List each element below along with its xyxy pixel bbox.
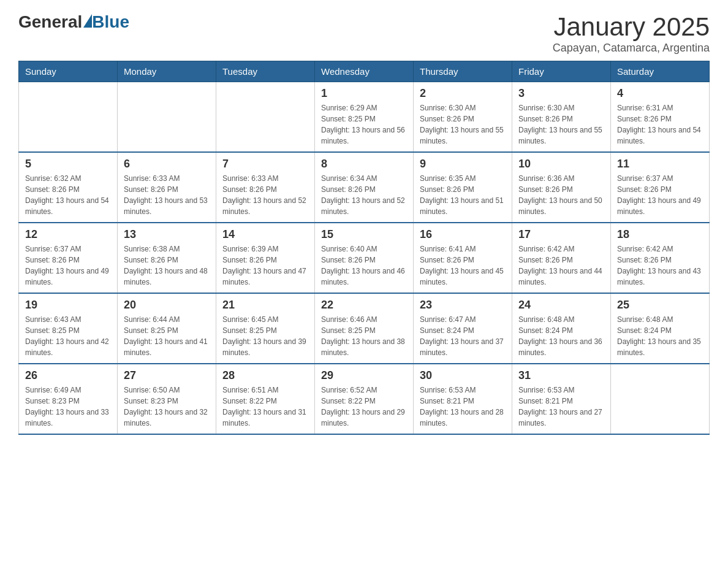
day-cell: 18Sunrise: 6:42 AMSunset: 8:26 PMDayligh… bbox=[611, 223, 710, 293]
day-cell: 23Sunrise: 6:47 AMSunset: 8:24 PMDayligh… bbox=[414, 293, 512, 364]
day-cell: 9Sunrise: 6:35 AMSunset: 8:26 PMDaylight… bbox=[414, 152, 512, 223]
header-thursday: Thursday bbox=[414, 61, 512, 82]
day-number: 21 bbox=[222, 299, 308, 312]
week-row-1: 5Sunrise: 6:32 AMSunset: 8:26 PMDaylight… bbox=[19, 152, 710, 223]
day-detail: Sunrise: 6:49 AMSunset: 8:23 PMDaylight:… bbox=[25, 385, 111, 429]
day-detail: Sunrise: 6:47 AMSunset: 8:24 PMDaylight:… bbox=[420, 314, 506, 358]
day-cell: 14Sunrise: 6:39 AMSunset: 8:26 PMDayligh… bbox=[216, 223, 315, 293]
day-cell: 31Sunrise: 6:53 AMSunset: 8:21 PMDayligh… bbox=[512, 364, 611, 434]
header-saturday: Saturday bbox=[611, 61, 710, 82]
day-cell: 2Sunrise: 6:30 AMSunset: 8:26 PMDaylight… bbox=[414, 82, 512, 153]
day-detail: Sunrise: 6:44 AMSunset: 8:25 PMDaylight:… bbox=[124, 314, 210, 358]
day-number: 26 bbox=[25, 369, 111, 382]
week-row-2: 12Sunrise: 6:37 AMSunset: 8:26 PMDayligh… bbox=[19, 223, 710, 293]
day-detail: Sunrise: 6:40 AMSunset: 8:26 PMDaylight:… bbox=[321, 243, 407, 288]
day-number: 5 bbox=[25, 158, 111, 170]
day-detail: Sunrise: 6:34 AMSunset: 8:26 PMDaylight:… bbox=[321, 173, 407, 217]
day-cell: 29Sunrise: 6:52 AMSunset: 8:22 PMDayligh… bbox=[315, 364, 414, 434]
day-cell: 16Sunrise: 6:41 AMSunset: 8:26 PMDayligh… bbox=[414, 223, 512, 293]
header-monday: Monday bbox=[118, 61, 216, 82]
day-cell: 13Sunrise: 6:38 AMSunset: 8:26 PMDayligh… bbox=[118, 223, 216, 293]
day-detail: Sunrise: 6:53 AMSunset: 8:21 PMDaylight:… bbox=[518, 385, 604, 429]
day-number: 3 bbox=[518, 87, 604, 100]
day-number: 10 bbox=[518, 158, 604, 170]
day-cell bbox=[19, 82, 118, 153]
day-cell: 1Sunrise: 6:29 AMSunset: 8:25 PMDaylight… bbox=[315, 82, 414, 153]
day-cell: 4Sunrise: 6:31 AMSunset: 8:26 PMDaylight… bbox=[611, 82, 710, 153]
day-number: 19 bbox=[25, 299, 111, 312]
calendar-table: SundayMondayTuesdayWednesdayThursdayFrid… bbox=[18, 61, 710, 435]
day-cell bbox=[216, 82, 315, 153]
day-cell: 20Sunrise: 6:44 AMSunset: 8:25 PMDayligh… bbox=[118, 293, 216, 364]
day-cell: 3Sunrise: 6:30 AMSunset: 8:26 PMDaylight… bbox=[512, 82, 611, 153]
day-cell: 10Sunrise: 6:36 AMSunset: 8:26 PMDayligh… bbox=[512, 152, 611, 223]
day-cell: 28Sunrise: 6:51 AMSunset: 8:22 PMDayligh… bbox=[216, 364, 315, 434]
day-detail: Sunrise: 6:29 AMSunset: 8:25 PMDaylight:… bbox=[321, 102, 407, 147]
day-number: 7 bbox=[222, 158, 308, 170]
day-detail: Sunrise: 6:37 AMSunset: 8:26 PMDaylight:… bbox=[617, 173, 703, 217]
day-number: 30 bbox=[420, 369, 506, 382]
calendar-header: SundayMondayTuesdayWednesdayThursdayFrid… bbox=[19, 61, 710, 82]
day-number: 18 bbox=[617, 228, 703, 241]
day-detail: Sunrise: 6:48 AMSunset: 8:24 PMDaylight:… bbox=[518, 314, 604, 358]
day-cell: 27Sunrise: 6:50 AMSunset: 8:23 PMDayligh… bbox=[118, 364, 216, 434]
title-block: January 2025 Capayan, Catamarca, Argenti… bbox=[553, 12, 710, 55]
day-number: 20 bbox=[124, 299, 210, 312]
day-detail: Sunrise: 6:37 AMSunset: 8:26 PMDaylight:… bbox=[25, 243, 111, 288]
day-number: 4 bbox=[617, 87, 703, 100]
day-detail: Sunrise: 6:52 AMSunset: 8:22 PMDaylight:… bbox=[321, 385, 407, 429]
header-wednesday: Wednesday bbox=[315, 61, 414, 82]
day-cell bbox=[118, 82, 216, 153]
day-detail: Sunrise: 6:50 AMSunset: 8:23 PMDaylight:… bbox=[124, 385, 210, 429]
day-cell: 7Sunrise: 6:33 AMSunset: 8:26 PMDaylight… bbox=[216, 152, 315, 223]
day-detail: Sunrise: 6:46 AMSunset: 8:25 PMDaylight:… bbox=[321, 314, 407, 358]
day-cell: 26Sunrise: 6:49 AMSunset: 8:23 PMDayligh… bbox=[19, 364, 118, 434]
day-detail: Sunrise: 6:48 AMSunset: 8:24 PMDaylight:… bbox=[617, 314, 703, 358]
day-number: 22 bbox=[321, 299, 407, 312]
day-number: 11 bbox=[617, 158, 703, 170]
day-number: 17 bbox=[518, 228, 604, 241]
logo-triangle-icon bbox=[83, 14, 92, 28]
day-cell: 30Sunrise: 6:53 AMSunset: 8:21 PMDayligh… bbox=[414, 364, 512, 434]
week-row-3: 19Sunrise: 6:43 AMSunset: 8:25 PMDayligh… bbox=[19, 293, 710, 364]
day-number: 29 bbox=[321, 369, 407, 382]
day-detail: Sunrise: 6:39 AMSunset: 8:26 PMDaylight:… bbox=[222, 243, 308, 288]
header-row: SundayMondayTuesdayWednesdayThursdayFrid… bbox=[19, 61, 710, 82]
day-number: 14 bbox=[222, 228, 308, 241]
day-cell: 15Sunrise: 6:40 AMSunset: 8:26 PMDayligh… bbox=[315, 223, 414, 293]
day-number: 1 bbox=[321, 87, 407, 100]
day-detail: Sunrise: 6:31 AMSunset: 8:26 PMDaylight:… bbox=[617, 102, 703, 147]
calendar-body: 1Sunrise: 6:29 AMSunset: 8:25 PMDaylight… bbox=[19, 82, 710, 435]
day-number: 28 bbox=[222, 369, 308, 382]
week-row-0: 1Sunrise: 6:29 AMSunset: 8:25 PMDaylight… bbox=[19, 82, 710, 153]
day-number: 16 bbox=[420, 228, 506, 241]
day-cell: 5Sunrise: 6:32 AMSunset: 8:26 PMDaylight… bbox=[19, 152, 118, 223]
day-cell: 6Sunrise: 6:33 AMSunset: 8:26 PMDaylight… bbox=[118, 152, 216, 223]
day-detail: Sunrise: 6:42 AMSunset: 8:26 PMDaylight:… bbox=[617, 243, 703, 288]
day-cell: 12Sunrise: 6:37 AMSunset: 8:26 PMDayligh… bbox=[19, 223, 118, 293]
day-cell: 11Sunrise: 6:37 AMSunset: 8:26 PMDayligh… bbox=[611, 152, 710, 223]
day-number: 27 bbox=[124, 369, 210, 382]
header-friday: Friday bbox=[512, 61, 611, 82]
day-number: 9 bbox=[420, 158, 506, 170]
day-detail: Sunrise: 6:36 AMSunset: 8:26 PMDaylight:… bbox=[518, 173, 604, 217]
logo: General Blue bbox=[18, 12, 129, 32]
day-number: 24 bbox=[518, 299, 604, 312]
day-number: 23 bbox=[420, 299, 506, 312]
day-detail: Sunrise: 6:35 AMSunset: 8:26 PMDaylight:… bbox=[420, 173, 506, 217]
day-number: 12 bbox=[25, 228, 111, 241]
location-subtitle: Capayan, Catamarca, Argentina bbox=[553, 42, 710, 55]
day-cell: 17Sunrise: 6:42 AMSunset: 8:26 PMDayligh… bbox=[512, 223, 611, 293]
day-cell: 19Sunrise: 6:43 AMSunset: 8:25 PMDayligh… bbox=[19, 293, 118, 364]
day-detail: Sunrise: 6:32 AMSunset: 8:26 PMDaylight:… bbox=[25, 173, 111, 217]
day-number: 25 bbox=[617, 299, 703, 312]
day-number: 6 bbox=[124, 158, 210, 170]
day-detail: Sunrise: 6:51 AMSunset: 8:22 PMDaylight:… bbox=[222, 385, 308, 429]
day-cell: 8Sunrise: 6:34 AMSunset: 8:26 PMDaylight… bbox=[315, 152, 414, 223]
day-detail: Sunrise: 6:33 AMSunset: 8:26 PMDaylight:… bbox=[124, 173, 210, 217]
day-cell: 24Sunrise: 6:48 AMSunset: 8:24 PMDayligh… bbox=[512, 293, 611, 364]
day-cell: 25Sunrise: 6:48 AMSunset: 8:24 PMDayligh… bbox=[611, 293, 710, 364]
logo-general: General bbox=[18, 12, 82, 32]
day-number: 2 bbox=[420, 87, 506, 100]
page-header: General Blue January 2025 Capayan, Catam… bbox=[18, 12, 710, 55]
